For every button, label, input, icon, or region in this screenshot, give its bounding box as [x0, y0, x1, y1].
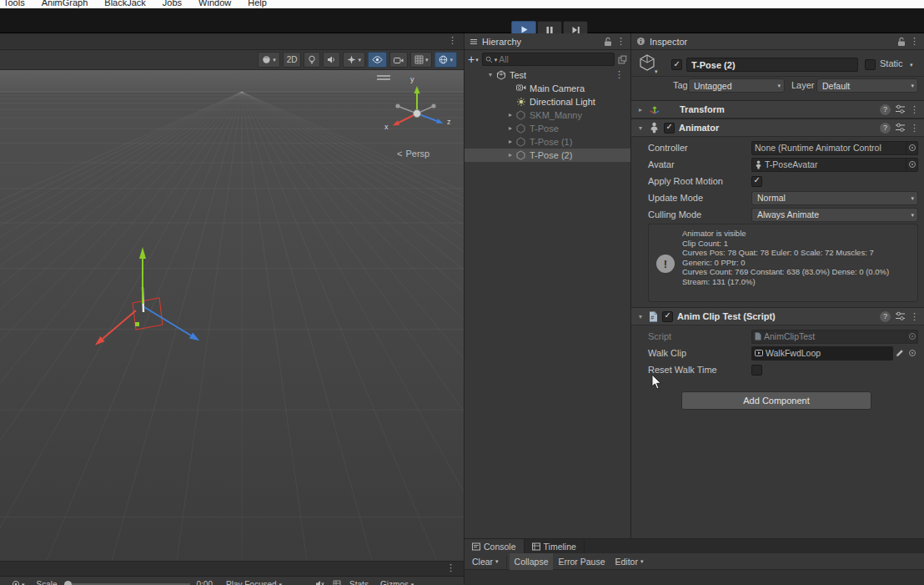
hierarchy-menu-icon[interactable]: ⋮	[616, 37, 625, 46]
static-checkbox[interactable]	[865, 59, 876, 70]
scene-audio-button[interactable]	[323, 52, 340, 68]
menu-blackjack[interactable]: BlackJack	[104, 0, 146, 8]
vsync-icon[interactable]	[333, 580, 341, 585]
tab-console[interactable]: Console	[465, 539, 525, 553]
help-icon[interactable]: ?	[880, 311, 891, 322]
hierarchy-search-field[interactable]: ▾	[482, 53, 615, 66]
editor-dropdown[interactable]: Editor▾	[610, 553, 649, 570]
animator-enabled-checkbox[interactable]	[664, 123, 675, 134]
presets-icon[interactable]	[895, 123, 906, 133]
static-dropdown-caret[interactable]: ▾	[910, 62, 913, 68]
active-checkbox[interactable]	[671, 59, 682, 70]
scene-options-icon[interactable]: ⋮	[615, 70, 624, 79]
projection-toggle[interactable]: < Persp	[397, 149, 429, 159]
animation-clip-icon	[755, 349, 763, 357]
presets-icon[interactable]	[895, 311, 906, 321]
tag-dropdown[interactable]: Untagged▾	[688, 78, 785, 93]
error-pause-toggle[interactable]: Error Pause	[553, 553, 610, 570]
foldout-arrow[interactable]: ▸	[636, 106, 645, 113]
game-panel-menu-icon[interactable]: ⋮	[446, 563, 455, 572]
component-menu-icon[interactable]: ⋮	[910, 124, 919, 133]
inspector-menu-icon[interactable]: ⋮	[910, 37, 919, 46]
lock-icon[interactable]	[604, 37, 612, 47]
culling-mode-dropdown[interactable]: Always Animate▾	[751, 208, 918, 222]
foldout-arrow[interactable]: ▾	[636, 313, 645, 320]
scene-view-tabbar: ⋮	[0, 33, 464, 50]
layer-dropdown[interactable]: Default▾	[816, 78, 918, 93]
foldout-arrow[interactable]: ▾	[486, 71, 495, 78]
hierarchy-search-input[interactable]	[499, 54, 611, 64]
gizmos-dropdown[interactable]: Gizmos	[380, 580, 409, 585]
menu-animgraph[interactable]: AnimGraph	[42, 0, 88, 8]
grid-settings-button[interactable]: ▾	[410, 52, 433, 68]
shading-mode-button[interactable]: ▾	[258, 52, 280, 68]
object-picker-icon[interactable]	[906, 350, 918, 356]
foldout-arrow[interactable]: ▸	[506, 151, 515, 159]
menu-jobs[interactable]: Jobs	[163, 0, 182, 8]
hierarchy-item-main-camera[interactable]: Main Camera	[465, 82, 630, 95]
foldout-arrow[interactable]: ▸	[506, 138, 515, 145]
timeline-icon	[532, 542, 540, 551]
anim-clip-test-component-header[interactable]: ▾ # Anim Clip Test (Script) ? ⋮	[631, 307, 924, 325]
scene-visibility-button[interactable]	[368, 52, 387, 68]
scene-lighting-button[interactable]	[304, 52, 320, 68]
foldout-arrow[interactable]: ▾	[636, 124, 645, 132]
hierarchy-item-directional-light[interactable]: Directional Light	[465, 95, 630, 108]
foldout-arrow[interactable]: ▸	[506, 124, 515, 132]
apply-root-motion-checkbox[interactable]	[751, 176, 762, 187]
tab-timeline[interactable]: Timeline	[525, 539, 585, 553]
stats-toggle[interactable]: Stats	[349, 580, 369, 585]
help-icon[interactable]: ?	[880, 123, 891, 134]
console-panel: Console Timeline Clear▾ Collapse Error P…	[464, 538, 924, 585]
object-picker-icon[interactable]	[906, 159, 917, 171]
create-object-button[interactable]: +▾	[468, 53, 479, 66]
scene-viewport[interactable]: y x z < Persp	[0, 70, 464, 561]
menu-window[interactable]: Window	[198, 0, 231, 8]
panel-options-icon[interactable]	[618, 55, 627, 64]
scene-panel-menu-icon[interactable]: ⋮	[448, 36, 457, 45]
effects-dropdown-button[interactable]: ▾	[343, 52, 365, 68]
menu-tools[interactable]: Tools	[3, 0, 25, 8]
animator-component-header[interactable]: ▾ Animator ? ⋮	[631, 119, 924, 137]
hierarchy-item-skm-manny[interactable]: ▸ SKM_Manny	[465, 108, 630, 122]
hierarchy-item-test[interactable]: ▾ Test ⋮	[465, 68, 630, 82]
hierarchy-item-t-pose-2[interactable]: ▸ T-Pose (2)	[465, 149, 630, 162]
foldout-arrow[interactable]: ▸	[506, 111, 515, 119]
walk-clip-object-field[interactable]: WalkFwdLoop	[751, 346, 893, 361]
object-picker-icon[interactable]	[906, 142, 917, 154]
icon-dropdown-caret[interactable]: ▾	[655, 68, 658, 74]
help-icon[interactable]: ?	[880, 104, 891, 115]
script-enabled-checkbox[interactable]	[662, 311, 673, 322]
reset-walk-time-label: Reset Walk Time	[648, 365, 751, 375]
controller-object-field[interactable]: None (Runtime Animator Control	[751, 141, 918, 155]
inspector-header[interactable]: Inspector ⋮	[631, 33, 924, 50]
component-menu-icon[interactable]: ⋮	[910, 312, 919, 321]
collapse-toggle[interactable]: Collapse	[510, 553, 554, 570]
mute-audio-icon[interactable]	[315, 580, 324, 585]
play-focused-dropdown[interactable]: Play Focused	[226, 580, 277, 585]
add-component-button[interactable]: Add Component	[681, 391, 871, 410]
gameobject-cube-icon[interactable]	[638, 53, 656, 72]
scale-slider[interactable]	[64, 581, 190, 585]
scene-camera-settings-button[interactable]	[389, 52, 408, 68]
clear-button[interactable]: Clear▾	[467, 553, 504, 570]
presets-icon[interactable]	[895, 104, 906, 114]
reset-walk-time-checkbox[interactable]	[751, 365, 762, 376]
gizmos-dropdown-button[interactable]: ▾	[434, 52, 457, 68]
lock-icon[interactable]	[897, 37, 906, 47]
hierarchy-item-t-pose[interactable]: ▸ T-Pose	[465, 122, 630, 135]
component-menu-icon[interactable]: ⋮	[910, 105, 919, 114]
hierarchy-item-t-pose-1[interactable]: ▸ T-Pose (1)	[465, 135, 630, 149]
menu-help[interactable]: Help	[248, 0, 267, 8]
pause-icon	[545, 26, 554, 34]
2d-toggle-button[interactable]: 2D	[283, 52, 302, 68]
avatar-object-field[interactable]: T-PoseAvatar	[751, 158, 918, 172]
display-dropdown-icon[interactable]	[12, 580, 20, 585]
update-mode-dropdown[interactable]: Normal▾	[751, 191, 918, 205]
inspector-panel: Inspector ⋮ ▾ Static ▾ Tag Untagged▾ Lay…	[630, 33, 924, 538]
edit-clip-button[interactable]	[893, 349, 906, 357]
transform-component-header[interactable]: ▸ Transform ? ⋮	[631, 100, 924, 119]
object-name-field[interactable]	[686, 58, 858, 72]
unity-editor-window: { "menu_bar": {"items": ["Tools", "AnimG…	[0, 0, 924, 585]
hierarchy-header[interactable]: Hierarchy ⋮	[465, 33, 630, 50]
